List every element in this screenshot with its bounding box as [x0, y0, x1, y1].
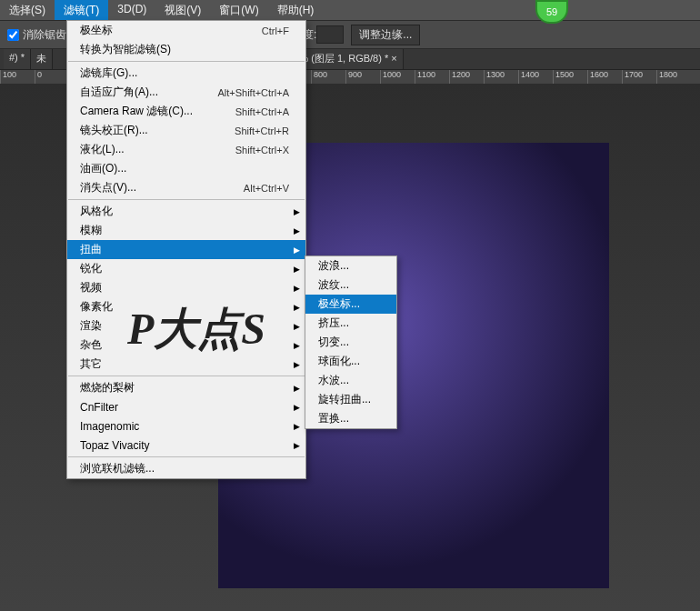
- submenu-arrow-icon: ▶: [294, 265, 300, 274]
- menu-item-锐化[interactable]: 锐化▶: [67, 259, 305, 278]
- adjust-edge-button[interactable]: 调整边缘...: [351, 25, 420, 45]
- menu-item-模糊[interactable]: 模糊▶: [67, 221, 305, 240]
- menu-item-转换为智能滤镜(S)[interactable]: 转换为智能滤镜(S): [67, 40, 305, 59]
- menu-item-Imagenomic[interactable]: Imagenomic▶: [67, 416, 305, 436]
- submenu-arrow-icon: ▶: [294, 341, 300, 350]
- menu-item-扭曲[interactable]: 扭曲▶: [67, 240, 305, 259]
- menu-item-视频[interactable]: 视频▶: [67, 278, 305, 297]
- menu-item-Topaz Vivacity[interactable]: Topaz Vivacity▶: [67, 436, 305, 455]
- menu-item-消失点(V)...[interactable]: 消失点(V)...Alt+Ctrl+V: [67, 178, 305, 197]
- submenu-item-置换...[interactable]: 置换...: [305, 409, 396, 428]
- submenu-arrow-icon: ▶: [294, 384, 300, 393]
- submenu-item-波纹...[interactable]: 波纹...: [305, 275, 396, 295]
- menu-item-自适应广角(A)...[interactable]: 自适应广角(A)...Alt+Shift+Ctrl+A: [67, 83, 305, 102]
- menu-item-油画(O)...[interactable]: 油画(O)...: [67, 159, 305, 178]
- menu-选择(S)[interactable]: 选择(S): [0, 0, 55, 20]
- submenu-item-旋转扭曲...[interactable]: 旋转扭曲...: [305, 390, 396, 409]
- distort-submenu: 波浪...波纹...极坐标...挤压...切变...球面化...水波...旋转扭…: [305, 255, 397, 429]
- submenu-item-极坐标...[interactable]: 极坐标...: [305, 295, 396, 314]
- menu-item-液化(L)...[interactable]: 液化(L)...Shift+Ctrl+X: [67, 140, 305, 159]
- opacity-field[interactable]: [316, 25, 344, 44]
- filter-menu: 极坐标Ctrl+F转换为智能滤镜(S)滤镜库(G)...自适应广角(A)...A…: [66, 20, 306, 479]
- menu-item-像素化[interactable]: 像素化▶: [67, 297, 305, 316]
- menu-窗口(W)[interactable]: 窗口(W): [210, 0, 267, 20]
- menu-item-其它[interactable]: 其它▶: [67, 355, 305, 374]
- menu-item-杂色[interactable]: 杂色▶: [67, 336, 305, 355]
- submenu-item-水波...[interactable]: 水波...: [305, 371, 396, 390]
- antialias-label: 消除锯齿: [23, 27, 66, 43]
- menu-item-极坐标[interactable]: 极坐标Ctrl+F: [67, 21, 305, 40]
- antialias-checkbox[interactable]: [7, 29, 19, 41]
- submenu-arrow-icon: ▶: [294, 441, 300, 450]
- tab-0[interactable]: #) *: [4, 49, 31, 69]
- tab-1[interactable]: 未: [31, 49, 53, 69]
- submenu-arrow-icon: ▶: [294, 284, 300, 293]
- menu-item-燃烧的梨树[interactable]: 燃烧的梨树▶: [67, 378, 305, 397]
- menu-item-镜头校正(R)...[interactable]: 镜头校正(R)...Shift+Ctrl+R: [67, 121, 305, 140]
- menu-item-滤镜库(G)...[interactable]: 滤镜库(G)...: [67, 64, 305, 83]
- submenu-arrow-icon: ▶: [294, 207, 300, 216]
- menu-item-风格化[interactable]: 风格化▶: [67, 202, 305, 221]
- menu-item-浏览联机滤镜...[interactable]: 浏览联机滤镜...: [67, 459, 305, 478]
- menu-帮助(H)[interactable]: 帮助(H): [268, 0, 324, 20]
- menubar: 选择(S)滤镜(T)3D(D)视图(V)窗口(W)帮助(H): [0, 0, 700, 21]
- submenu-arrow-icon: ▶: [294, 322, 300, 331]
- submenu-arrow-icon: ▶: [294, 303, 300, 312]
- submenu-item-波浪...[interactable]: 波浪...: [305, 256, 396, 275]
- submenu-item-球面化...[interactable]: 球面化...: [305, 352, 396, 371]
- submenu-arrow-icon: ▶: [294, 360, 300, 369]
- submenu-arrow-icon: ▶: [294, 245, 300, 255]
- menu-视图(V)[interactable]: 视图(V): [155, 0, 210, 20]
- submenu-item-切变...[interactable]: 切变...: [305, 333, 396, 352]
- menu-滤镜(T)[interactable]: 滤镜(T): [55, 0, 108, 20]
- submenu-arrow-icon: ▶: [294, 226, 300, 235]
- menu-item-Camera Raw 滤镜(C)...[interactable]: Camera Raw 滤镜(C)...Shift+Ctrl+A: [67, 102, 305, 121]
- menu-item-CnFilter[interactable]: CnFilter▶: [67, 397, 305, 416]
- menu-3D(D)[interactable]: 3D(D): [108, 0, 155, 20]
- submenu-item-挤压...[interactable]: 挤压...: [305, 314, 396, 333]
- submenu-arrow-icon: ▶: [294, 403, 300, 412]
- menu-item-渲染[interactable]: 渲染▶: [67, 316, 305, 336]
- submenu-arrow-icon: ▶: [294, 422, 300, 431]
